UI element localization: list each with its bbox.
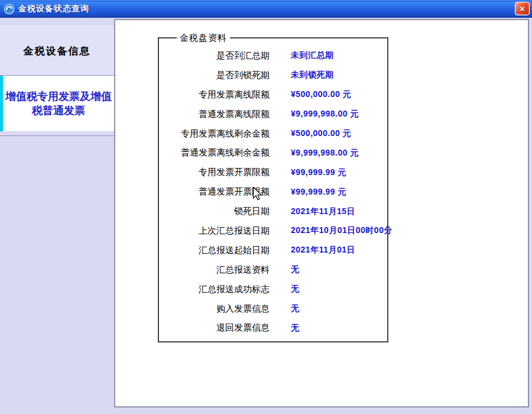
main-panel: 金税盘资料 是否到汇总期 未到汇总期 是否到锁死期 未到锁死期 专用发票离线限额… — [114, 19, 529, 407]
field-label: 购入发票信息 — [159, 303, 270, 315]
info-row: 汇总报送成功标志 无 — [159, 280, 387, 299]
field-value: 无 — [291, 323, 300, 334]
field-label: 普通发票离线剩余金额 — [159, 147, 270, 159]
field-label: 汇总报送资料 — [159, 264, 270, 276]
sidebar-item-label: 金税设备信息 — [24, 44, 91, 58]
info-row: 上次汇总报送日期 2021年10月01日00时00分 — [159, 221, 387, 241]
info-row: 购入发票信息 无 — [159, 299, 387, 319]
groupbox-title: 金税盘资料 — [177, 33, 230, 44]
field-label: 是否到锁死期 — [159, 70, 270, 81]
sidebar-item-device-info[interactable]: 金税设备信息 — [0, 26, 114, 76]
field-label: 汇总报送成功标志 — [159, 284, 270, 295]
field-value: ¥9,999,998.00 元 — [291, 109, 359, 119]
field-value: ¥500,000.00 元 — [291, 128, 351, 139]
field-label: 专用发票离线剩余金额 — [159, 128, 270, 140]
field-value: 2021年10月01日00时00分 — [291, 225, 392, 236]
info-row: 专用发票开票限额 ¥99,999.99 元 — [159, 163, 387, 182]
field-label: 专用发票离线限额 — [159, 89, 270, 101]
field-value: 无 — [291, 284, 300, 295]
sidebar-item-label: 增值税专用发票及增值税普通发票 — [5, 89, 112, 118]
field-label: 是否到汇总期 — [159, 50, 270, 62]
field-value: 无 — [291, 303, 300, 314]
field-value: ¥500,000.00 元 — [291, 89, 351, 100]
sidebar-divider — [0, 135, 114, 136]
field-label: 汇总报送起始日期 — [159, 245, 270, 256]
info-row: 锁死日期 2021年11月15日 — [159, 202, 387, 221]
close-button[interactable]: × — [515, 2, 530, 15]
info-row: 普通发票离线剩余金额 ¥9,999,998.00 元 — [159, 143, 387, 163]
info-row: 专用发票离线限额 ¥500,000.00 元 — [159, 85, 387, 105]
info-row: 汇总报送资料 无 — [159, 260, 387, 280]
field-label: 普通发票离线限额 — [159, 109, 270, 120]
title-bar: 金税设备状态查询 × — [0, 0, 532, 18]
field-label: 上次汇总报送日期 — [159, 225, 270, 237]
info-row: 普通发票开票限额 ¥99,999.99 元 — [159, 182, 387, 202]
field-value: 2021年11月01日 — [291, 245, 355, 255]
window-title: 金税设备状态查询 — [18, 4, 89, 14]
field-value: 2021年11月15日 — [291, 206, 355, 217]
field-label: 退回发票信息 — [159, 322, 270, 334]
field-value: ¥9,999,998.00 元 — [291, 148, 359, 159]
tax-disk-groupbox: 金税盘资料 是否到汇总期 未到汇总期 是否到锁死期 未到锁死期 专用发票离线限额… — [158, 37, 388, 342]
field-value: 未到汇总期 — [291, 50, 334, 61]
field-value: ¥99,999.99 元 — [291, 187, 346, 198]
field-label: 锁死日期 — [159, 206, 270, 217]
field-label: 专用发票开票限额 — [159, 167, 270, 178]
field-label: 普通发票开票限额 — [159, 186, 270, 198]
info-row: 汇总报送起始日期 2021年11月01日 — [159, 241, 387, 260]
app-icon — [4, 4, 15, 15]
field-value: 无 — [291, 264, 300, 275]
field-value: 未到锁死期 — [291, 70, 334, 80]
sidebar: 金税设备信息 增值税专用发票及增值税普通发票 — [0, 18, 114, 414]
info-rows: 是否到汇总期 未到汇总期 是否到锁死期 未到锁死期 专用发票离线限额 ¥500,… — [159, 46, 387, 338]
info-row: 是否到锁死期 未到锁死期 — [159, 66, 387, 85]
info-row: 普通发票离线限额 ¥9,999,998.00 元 — [159, 105, 387, 124]
sidebar-item-vat-invoice[interactable]: 增值税专用发票及增值税普通发票 — [0, 76, 114, 131]
info-row: 是否到汇总期 未到汇总期 — [159, 46, 387, 66]
field-value: ¥99,999.99 元 — [291, 167, 346, 178]
info-row: 专用发票离线剩余金额 ¥500,000.00 元 — [159, 124, 387, 144]
info-row: 退回发票信息 无 — [159, 318, 387, 338]
